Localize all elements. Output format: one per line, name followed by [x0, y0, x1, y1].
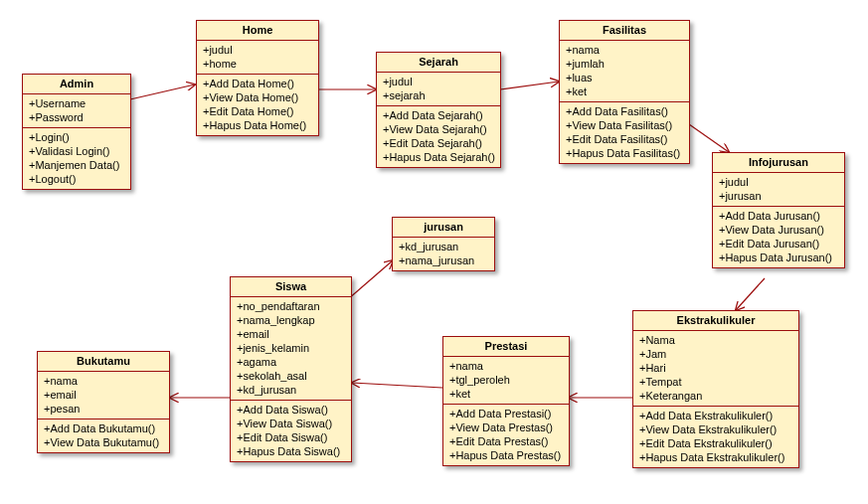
- class-title: Admin: [23, 75, 130, 94]
- op: +View Data Prestas(): [449, 420, 563, 434]
- op: +Hapus Data Home(): [203, 118, 312, 132]
- op: +Add Data Jurusan(): [719, 209, 838, 223]
- class-title: Infojurusan: [713, 153, 844, 173]
- class-home: Home +judul +home +Add Data Home() +View…: [196, 20, 319, 136]
- attrs: +Nama +Jam +Hari +Tempat +Keterangan: [633, 331, 798, 407]
- attr: +nama_lengkap: [237, 313, 345, 327]
- attr: +ket: [449, 387, 563, 401]
- attr: +Keterangan: [639, 389, 792, 403]
- op: +Manjemen Data(): [29, 158, 124, 172]
- op: +Edit Data Siswa(): [237, 430, 345, 444]
- assoc-sejarah-fasilitas: [500, 82, 559, 89]
- op: +View Data Siswa(): [237, 417, 345, 430]
- op: +View Data Sejarah(): [383, 122, 494, 136]
- assoc-siswa-jurusan: [348, 260, 393, 299]
- attrs: +nama +tgl_peroleh +ket: [443, 357, 569, 405]
- op: +Hapus Data Prestas(): [449, 448, 563, 462]
- op: +Edit Data Sejarah(): [383, 136, 494, 150]
- class-prestasi: Prestasi +nama +tgl_peroleh +ket +Add Da…: [442, 336, 570, 466]
- attrs: +kd_jurusan +nama_jurusan: [393, 238, 494, 270]
- class-admin: Admin +Username +Password +Login() +Vali…: [22, 74, 131, 190]
- attrs: +nama +jumlah +luas +ket: [560, 41, 689, 102]
- op: +Hapus Data Ekstrakulikuler(): [639, 450, 792, 464]
- class-title: Siswa: [231, 277, 351, 297]
- assoc-infojurusan-ekstra: [736, 278, 765, 310]
- op: +View Data Jurusan(): [719, 223, 838, 237]
- op: +Hapus Data Sejarah(): [383, 150, 494, 164]
- attrs: +judul +jurusan: [713, 173, 844, 207]
- op: +Login(): [29, 130, 124, 144]
- class-title: Home: [197, 21, 318, 41]
- attr: +sejarah: [383, 88, 494, 102]
- attr: +pesan: [44, 402, 163, 416]
- class-title: Fasilitas: [560, 21, 689, 41]
- attr: +no_pendaftaran: [237, 299, 345, 313]
- op: +Add Data Home(): [203, 77, 312, 90]
- assoc-admin-home: [130, 84, 195, 99]
- attrs: +nama +email +pesan: [38, 372, 169, 420]
- op: +Add Data Fasilitas(): [566, 104, 683, 118]
- ops: +Add Data Bukutamu() +View Data Bukutamu…: [38, 420, 169, 452]
- class-bukutamu: Bukutamu +nama +email +pesan +Add Data B…: [37, 351, 170, 453]
- attrs: +judul +sejarah: [377, 73, 500, 106]
- attr: +nama: [449, 359, 563, 373]
- attr: +tgl_peroleh: [449, 373, 563, 387]
- op: +View Data Ekstrakulikuler(): [639, 422, 792, 436]
- op: +Add Data Sejarah(): [383, 108, 494, 122]
- attr: +Tempat: [639, 375, 792, 389]
- attr: +jenis_kelamin: [237, 341, 345, 355]
- attr: +kd_jurusan: [237, 383, 345, 397]
- attr: +Nama: [639, 333, 792, 347]
- attr: +luas: [566, 71, 683, 84]
- class-ekstrakulikuler: Ekstrakulikuler +Nama +Jam +Hari +Tempat…: [632, 310, 799, 468]
- attr: +ket: [566, 84, 683, 98]
- op: +Hapus Data Siswa(): [237, 444, 345, 458]
- attr: +jurusan: [719, 189, 838, 203]
- ops: +Add Data Prestasi() +View Data Prestas(…: [443, 405, 569, 465]
- attr: +kd_jurusan: [399, 240, 488, 253]
- op: +Logout(): [29, 172, 124, 186]
- uml-class-diagram: Admin +Username +Password +Login() +Vali…: [0, 0, 868, 504]
- class-siswa: Siswa +no_pendaftaran +nama_lengkap +ema…: [230, 276, 352, 462]
- class-title: Ekstrakulikuler: [633, 311, 798, 331]
- op: +Add Data Bukutamu(): [44, 421, 163, 435]
- ops: +Add Data Siswa() +View Data Siswa() +Ed…: [231, 401, 351, 461]
- op: +Hapus Data Jurusan(): [719, 251, 838, 264]
- class-title: Prestasi: [443, 337, 569, 357]
- assoc-prestasi-siswa: [352, 383, 442, 388]
- attr: +Hari: [639, 361, 792, 375]
- attr: +Username: [29, 96, 124, 110]
- op: +View Data Fasilitas(): [566, 118, 683, 132]
- attr: +nama: [44, 374, 163, 388]
- ops: +Login() +Validasi Login() +Manjemen Dat…: [23, 128, 130, 189]
- ops: +Add Data Ekstrakulikuler() +View Data E…: [633, 407, 798, 467]
- attr: +jumlah: [566, 57, 683, 71]
- class-sejarah: Sejarah +judul +sejarah +Add Data Sejara…: [376, 52, 501, 168]
- class-fasilitas: Fasilitas +nama +jumlah +luas +ket +Add …: [559, 20, 690, 164]
- op: +Add Data Ekstrakulikuler(): [639, 409, 792, 422]
- attr: +sekolah_asal: [237, 369, 345, 383]
- op: +Edit Data Prestas(): [449, 434, 563, 448]
- class-title: jurusan: [393, 218, 494, 238]
- attr: +email: [237, 327, 345, 341]
- op: +Add Data Prestasi(): [449, 407, 563, 420]
- ops: +Add Data Home() +View Data Home() +Edit…: [197, 75, 318, 135]
- attr: +judul: [203, 43, 312, 57]
- op: +Edit Data Fasilitas(): [566, 132, 683, 146]
- attr: +home: [203, 57, 312, 71]
- attr: +judul: [383, 75, 494, 88]
- attrs: +no_pendaftaran +nama_lengkap +email +je…: [231, 297, 351, 401]
- attrs: +judul +home: [197, 41, 318, 75]
- op: +Edit Data Ekstrakulikuler(): [639, 436, 792, 450]
- op: +Edit Data Home(): [203, 104, 312, 118]
- class-title: Bukutamu: [38, 352, 169, 372]
- class-title: Sejarah: [377, 53, 500, 73]
- op: +Add Data Siswa(): [237, 403, 345, 417]
- op: +View Data Bukutamu(): [44, 435, 163, 449]
- attr: +nama: [566, 43, 683, 57]
- class-infojurusan: Infojurusan +judul +jurusan +Add Data Ju…: [712, 152, 845, 268]
- attr: +agama: [237, 355, 345, 369]
- attr: +email: [44, 388, 163, 402]
- attr: +judul: [719, 175, 838, 189]
- assoc-fasilitas-infojurusan: [689, 124, 729, 152]
